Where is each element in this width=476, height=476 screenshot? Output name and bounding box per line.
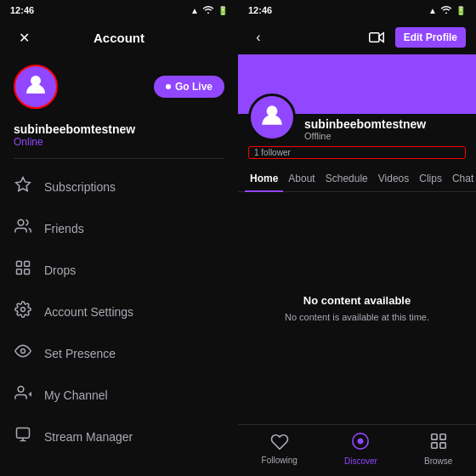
svg-marker-16 — [379, 33, 383, 42]
friends-icon — [14, 218, 32, 239]
discover-label: Discover — [344, 456, 377, 466]
no-content-subtitle: No content is available at this time. — [285, 312, 429, 322]
tab-home[interactable]: Home — [245, 166, 283, 191]
subscriptions-label: Subscriptions — [44, 180, 116, 194]
svg-point-8 — [21, 349, 26, 354]
svg-rect-22 — [431, 443, 436, 448]
svg-point-2 — [18, 220, 24, 226]
account-settings-label: Account Settings — [44, 305, 133, 319]
nav-item-discover[interactable]: Discover — [344, 432, 377, 466]
right-status: Offline — [304, 131, 426, 141]
left-username: subinbeebomtestnew — [14, 122, 224, 136]
left-alert-icon: ▲ — [190, 6, 199, 15]
eye-icon — [14, 343, 32, 364]
tab-chat[interactable]: Chat — [447, 166, 476, 191]
right-status-bar: 12:46 ▲ 🔋 — [238, 0, 476, 20]
left-status-icons: ▲ 🔋 — [190, 5, 228, 15]
go-live-label: Go Live — [175, 81, 212, 93]
set-presence-label: Set Presence — [44, 347, 116, 360]
menu-item-subscriptions[interactable]: Subscriptions — [0, 166, 238, 207]
left-battery-icon: 🔋 — [218, 6, 228, 15]
left-avatar-wrapper[interactable] — [14, 65, 58, 109]
browse-icon — [429, 432, 448, 455]
stream-icon — [14, 426, 32, 447]
follower-badge: 1 follower — [248, 146, 466, 159]
menu-item-account-settings[interactable]: Account Settings — [0, 291, 238, 332]
left-wifi-icon — [202, 5, 214, 15]
left-online-status: Online — [14, 136, 224, 148]
svg-rect-6 — [25, 269, 30, 275]
svg-rect-23 — [440, 443, 445, 448]
tab-about[interactable]: About — [283, 166, 320, 191]
left-profile-section: Go Live — [0, 54, 238, 119]
browse-label: Browse — [424, 456, 452, 466]
left-header-title: Account — [94, 31, 144, 45]
right-panel: 12:46 ▲ 🔋 ‹ Edit Profile — [238, 0, 476, 476]
channel-icon — [14, 384, 32, 405]
drops-label: Drops — [44, 264, 76, 277]
no-content-title: No content available — [303, 294, 411, 307]
right-avatar-icon — [258, 101, 286, 134]
video-icon-button[interactable] — [365, 26, 388, 49]
right-profile-info: subinbeebomtestnew Offline — [238, 94, 476, 141]
right-username: subinbeebomtestnew — [304, 117, 426, 131]
menu-item-friends[interactable]: Friends — [0, 207, 238, 249]
friends-label: Friends — [44, 222, 84, 235]
left-menu-list: Subscriptions Friends — [0, 159, 238, 476]
tab-videos[interactable]: Videos — [373, 166, 414, 191]
svg-rect-5 — [17, 269, 22, 275]
left-username-section: subinbeebomtestnew Online — [0, 119, 238, 158]
svg-rect-3 — [17, 262, 22, 267]
profile-tabs: Home About Schedule Videos Clips Chat — [238, 166, 476, 192]
left-avatar — [14, 65, 58, 109]
svg-rect-12 — [17, 428, 30, 439]
svg-rect-20 — [431, 434, 436, 439]
right-alert-icon: ▲ — [428, 6, 437, 15]
stream-manager-label: Stream Manager — [44, 430, 133, 444]
menu-item-stream-manager[interactable]: Stream Manager — [0, 416, 238, 457]
back-button[interactable]: ‹ — [248, 27, 269, 48]
my-channel-label: My Channel — [44, 388, 108, 402]
svg-point-19 — [359, 439, 364, 444]
go-live-button[interactable]: Go Live — [154, 76, 224, 98]
heart-icon — [270, 433, 289, 454]
right-time: 12:46 — [248, 5, 272, 15]
left-header: ✕ Account — [0, 20, 238, 54]
live-dot — [166, 84, 171, 89]
right-header-actions: Edit Profile — [365, 26, 466, 49]
svg-rect-4 — [25, 262, 30, 267]
left-status-bar: 12:46 ▲ 🔋 — [0, 0, 238, 20]
following-label: Following — [262, 456, 298, 465]
content-area: No content available No content is avail… — [238, 192, 476, 424]
edit-profile-button[interactable]: Edit Profile — [395, 27, 466, 48]
left-panel: 12:46 ▲ 🔋 ✕ Account — [0, 0, 238, 476]
bottom-nav: Following Discover Browse — [238, 424, 476, 476]
svg-marker-1 — [16, 178, 31, 191]
gear-icon — [14, 301, 32, 322]
discover-icon — [351, 432, 370, 455]
menu-item-my-channel[interactable]: My Channel — [0, 374, 238, 416]
svg-rect-15 — [369, 33, 378, 42]
svg-rect-21 — [440, 434, 445, 439]
star-icon — [14, 176, 32, 197]
nav-item-following[interactable]: Following — [262, 433, 298, 465]
svg-point-9 — [18, 387, 24, 393]
tab-clips[interactable]: Clips — [414, 166, 447, 191]
right-avatar — [248, 94, 296, 141]
right-wifi-icon — [440, 5, 452, 15]
menu-item-set-presence[interactable]: Set Presence — [0, 332, 238, 374]
right-status-icons: ▲ 🔋 — [428, 5, 466, 15]
left-time: 12:46 — [10, 5, 34, 15]
tab-schedule[interactable]: Schedule — [320, 166, 373, 191]
right-header: ‹ Edit Profile — [238, 20, 476, 54]
left-avatar-icon — [23, 71, 48, 103]
drops-icon — [14, 259, 32, 280]
right-battery-icon: 🔋 — [456, 6, 466, 15]
nav-item-browse[interactable]: Browse — [424, 432, 452, 466]
svg-point-7 — [21, 308, 26, 312]
close-button[interactable]: ✕ — [14, 27, 34, 48]
right-profile-text: subinbeebomtestnew Offline — [304, 117, 426, 141]
menu-item-drops[interactable]: Drops — [0, 249, 238, 291]
